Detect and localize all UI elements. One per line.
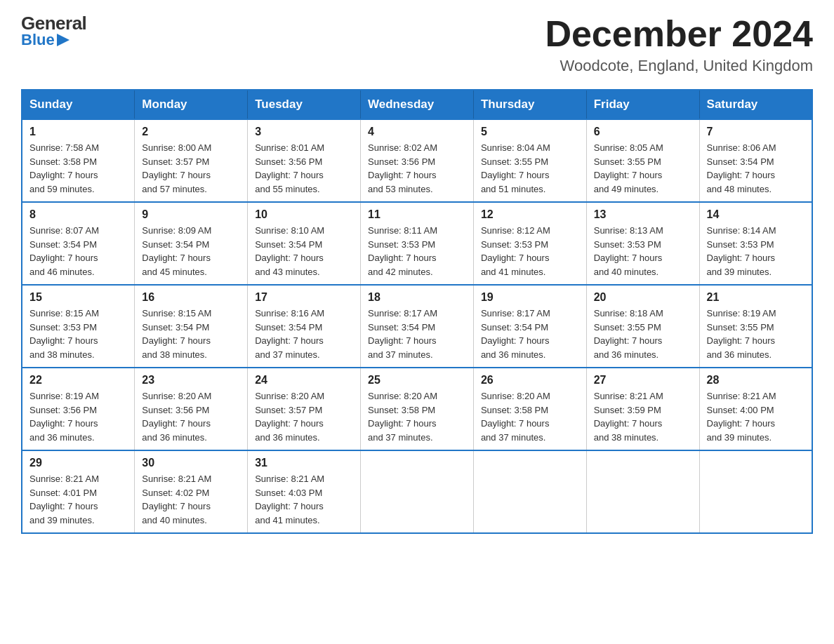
calendar-cell: 31 Sunrise: 8:21 AM Sunset: 4:03 PM Dayl…: [248, 450, 361, 533]
calendar-week-row: 15 Sunrise: 8:15 AM Sunset: 3:53 PM Dayl…: [22, 285, 812, 368]
day-info: Sunrise: 8:21 AM Sunset: 4:01 PM Dayligh…: [29, 472, 127, 527]
calendar-cell: 5 Sunrise: 8:04 AM Sunset: 3:55 PM Dayli…: [473, 119, 586, 202]
day-info: Sunrise: 8:20 AM Sunset: 3:57 PM Dayligh…: [255, 389, 353, 444]
day-number: 8: [29, 208, 127, 221]
day-info: Sunrise: 7:58 AM Sunset: 3:58 PM Dayligh…: [29, 141, 127, 196]
calendar-header-tuesday: Tuesday: [248, 90, 361, 119]
day-number: 27: [594, 374, 692, 387]
day-number: 11: [368, 208, 466, 221]
day-info: Sunrise: 8:04 AM Sunset: 3:55 PM Dayligh…: [481, 141, 579, 196]
title-block: December 2024 Woodcote, England, United …: [545, 14, 813, 75]
main-title: December 2024: [545, 14, 813, 54]
calendar-cell: 15 Sunrise: 8:15 AM Sunset: 3:53 PM Dayl…: [22, 285, 135, 368]
logo-arrow-icon: [57, 34, 70, 46]
calendar-cell: 13 Sunrise: 8:13 AM Sunset: 3:53 PM Dayl…: [586, 202, 699, 285]
calendar-header-sunday: Sunday: [22, 90, 135, 119]
logo-general-text: General: [21, 14, 86, 32]
calendar-header-wednesday: Wednesday: [361, 90, 474, 119]
day-number: 3: [255, 126, 353, 138]
day-info: Sunrise: 8:02 AM Sunset: 3:56 PM Dayligh…: [368, 141, 466, 196]
day-number: 18: [368, 291, 466, 304]
day-info: Sunrise: 8:15 AM Sunset: 3:54 PM Dayligh…: [142, 307, 240, 361]
day-number: 5: [481, 126, 579, 138]
calendar-cell: [361, 450, 474, 533]
day-info: Sunrise: 8:05 AM Sunset: 3:55 PM Dayligh…: [594, 141, 692, 196]
calendar-cell: 12 Sunrise: 8:12 AM Sunset: 3:53 PM Dayl…: [473, 202, 586, 285]
calendar-cell: 4 Sunrise: 8:02 AM Sunset: 3:56 PM Dayli…: [361, 119, 474, 202]
day-info: Sunrise: 8:20 AM Sunset: 3:56 PM Dayligh…: [142, 389, 240, 444]
calendar-cell: 2 Sunrise: 8:00 AM Sunset: 3:57 PM Dayli…: [135, 119, 248, 202]
day-number: 31: [255, 457, 353, 469]
day-info: Sunrise: 8:12 AM Sunset: 3:53 PM Dayligh…: [481, 224, 579, 279]
day-info: Sunrise: 8:14 AM Sunset: 3:53 PM Dayligh…: [707, 224, 805, 279]
calendar-cell: 19 Sunrise: 8:17 AM Sunset: 3:54 PM Dayl…: [473, 285, 586, 368]
calendar-week-row: 22 Sunrise: 8:19 AM Sunset: 3:56 PM Dayl…: [22, 368, 812, 450]
day-number: 6: [594, 126, 692, 138]
day-number: 2: [142, 126, 240, 138]
calendar-cell: 17 Sunrise: 8:16 AM Sunset: 3:54 PM Dayl…: [248, 285, 361, 368]
calendar-cell: [586, 450, 699, 533]
day-number: 28: [707, 374, 805, 387]
calendar-cell: 20 Sunrise: 8:18 AM Sunset: 3:55 PM Dayl…: [586, 285, 699, 368]
day-number: 14: [707, 208, 805, 221]
day-info: Sunrise: 8:13 AM Sunset: 3:53 PM Dayligh…: [594, 224, 692, 279]
day-number: 4: [368, 126, 466, 138]
calendar-cell: 27 Sunrise: 8:21 AM Sunset: 3:59 PM Dayl…: [586, 368, 699, 450]
calendar-cell: [473, 450, 586, 533]
calendar-cell: 22 Sunrise: 8:19 AM Sunset: 3:56 PM Dayl…: [22, 368, 135, 450]
day-info: Sunrise: 8:19 AM Sunset: 3:56 PM Dayligh…: [29, 389, 127, 444]
day-number: 20: [594, 291, 692, 304]
day-info: Sunrise: 8:19 AM Sunset: 3:55 PM Dayligh…: [707, 307, 805, 361]
calendar-header-thursday: Thursday: [473, 90, 586, 119]
day-info: Sunrise: 8:01 AM Sunset: 3:56 PM Dayligh…: [255, 141, 353, 196]
day-number: 16: [142, 291, 240, 304]
calendar-cell: 23 Sunrise: 8:20 AM Sunset: 3:56 PM Dayl…: [135, 368, 248, 450]
day-info: Sunrise: 8:20 AM Sunset: 3:58 PM Dayligh…: [481, 389, 579, 444]
day-number: 13: [594, 208, 692, 221]
calendar-cell: 1 Sunrise: 7:58 AM Sunset: 3:58 PM Dayli…: [22, 119, 135, 202]
day-number: 19: [481, 291, 579, 304]
calendar-cell: 7 Sunrise: 8:06 AM Sunset: 3:54 PM Dayli…: [699, 119, 812, 202]
calendar-cell: 25 Sunrise: 8:20 AM Sunset: 3:58 PM Dayl…: [361, 368, 474, 450]
calendar-cell: 9 Sunrise: 8:09 AM Sunset: 3:54 PM Dayli…: [135, 202, 248, 285]
day-info: Sunrise: 8:18 AM Sunset: 3:55 PM Dayligh…: [594, 307, 692, 361]
logo-blue-text: Blue: [21, 32, 55, 48]
calendar-header-row: SundayMondayTuesdayWednesdayThursdayFrid…: [22, 90, 812, 119]
calendar-cell: 24 Sunrise: 8:20 AM Sunset: 3:57 PM Dayl…: [248, 368, 361, 450]
day-number: 23: [142, 374, 240, 387]
day-info: Sunrise: 8:17 AM Sunset: 3:54 PM Dayligh…: [481, 307, 579, 361]
day-info: Sunrise: 8:21 AM Sunset: 4:03 PM Dayligh…: [255, 472, 353, 527]
day-number: 10: [255, 208, 353, 221]
calendar-cell: 30 Sunrise: 8:21 AM Sunset: 4:02 PM Dayl…: [135, 450, 248, 533]
calendar-cell: 28 Sunrise: 8:21 AM Sunset: 4:00 PM Dayl…: [699, 368, 812, 450]
day-info: Sunrise: 8:21 AM Sunset: 4:00 PM Dayligh…: [707, 389, 805, 444]
day-info: Sunrise: 8:06 AM Sunset: 3:54 PM Dayligh…: [707, 141, 805, 196]
calendar-cell: 6 Sunrise: 8:05 AM Sunset: 3:55 PM Dayli…: [586, 119, 699, 202]
page-header: General Blue December 2024 Woodcote, Eng…: [21, 14, 813, 75]
calendar-week-row: 1 Sunrise: 7:58 AM Sunset: 3:58 PM Dayli…: [22, 119, 812, 202]
subtitle: Woodcote, England, United Kingdom: [545, 57, 813, 75]
day-info: Sunrise: 8:07 AM Sunset: 3:54 PM Dayligh…: [29, 224, 127, 279]
calendar-cell: 16 Sunrise: 8:15 AM Sunset: 3:54 PM Dayl…: [135, 285, 248, 368]
calendar-cell: 14 Sunrise: 8:14 AM Sunset: 3:53 PM Dayl…: [699, 202, 812, 285]
calendar-header-monday: Monday: [135, 90, 248, 119]
day-number: 7: [707, 126, 805, 138]
day-info: Sunrise: 8:10 AM Sunset: 3:54 PM Dayligh…: [255, 224, 353, 279]
calendar-cell: 3 Sunrise: 8:01 AM Sunset: 3:56 PM Dayli…: [248, 119, 361, 202]
day-number: 15: [29, 291, 127, 304]
logo-text-block: General Blue: [21, 14, 86, 48]
day-number: 1: [29, 126, 127, 138]
day-number: 25: [368, 374, 466, 387]
calendar-cell: 10 Sunrise: 8:10 AM Sunset: 3:54 PM Dayl…: [248, 202, 361, 285]
calendar-cell: 18 Sunrise: 8:17 AM Sunset: 3:54 PM Dayl…: [361, 285, 474, 368]
calendar-table: SundayMondayTuesdayWednesdayThursdayFrid…: [21, 89, 813, 534]
day-info: Sunrise: 8:17 AM Sunset: 3:54 PM Dayligh…: [368, 307, 466, 361]
day-info: Sunrise: 8:09 AM Sunset: 3:54 PM Dayligh…: [142, 224, 240, 279]
day-info: Sunrise: 8:11 AM Sunset: 3:53 PM Dayligh…: [368, 224, 466, 279]
day-number: 17: [255, 291, 353, 304]
day-number: 12: [481, 208, 579, 221]
day-info: Sunrise: 8:15 AM Sunset: 3:53 PM Dayligh…: [29, 307, 127, 361]
day-number: 29: [29, 457, 127, 469]
calendar-header-saturday: Saturday: [699, 90, 812, 119]
calendar-week-row: 8 Sunrise: 8:07 AM Sunset: 3:54 PM Dayli…: [22, 202, 812, 285]
